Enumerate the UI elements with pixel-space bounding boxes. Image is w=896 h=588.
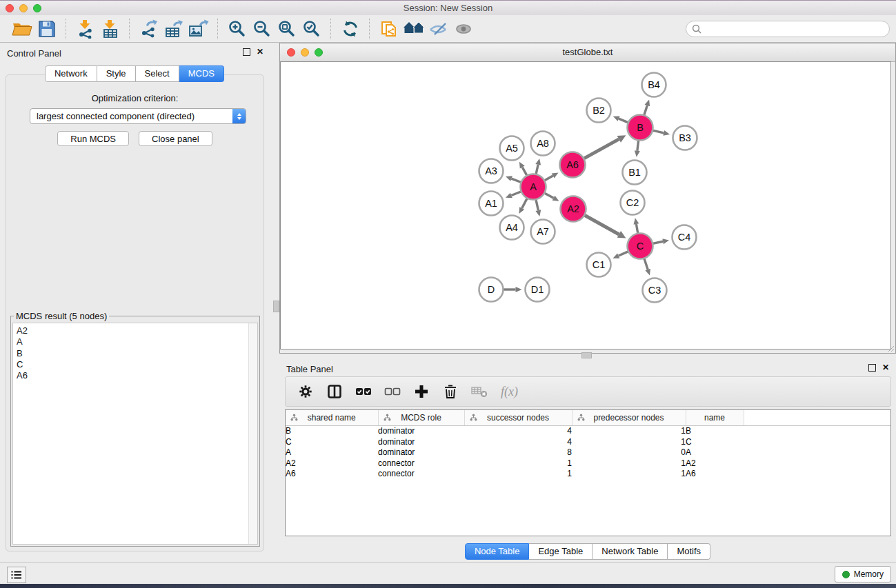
tab-style[interactable]: Style: [97, 65, 136, 82]
edge-arrowhead-icon: [645, 99, 650, 106]
create-column-plus-icon[interactable]: [412, 383, 430, 401]
list-item[interactable]: A: [17, 336, 257, 347]
graph-edge[interactable]: [584, 215, 619, 234]
graph-edge[interactable]: [653, 130, 664, 133]
zoom-in-icon[interactable]: [225, 18, 250, 40]
graph-edge[interactable]: [544, 193, 553, 198]
graph-edge[interactable]: [619, 119, 628, 123]
horizontal-split-handle[interactable]: [581, 352, 592, 358]
close-panel-icon[interactable]: ✕: [257, 48, 263, 56]
app-window: Session: New Session: [0, 0, 896, 588]
node-label: A1: [485, 198, 497, 209]
node-label: D: [488, 284, 495, 295]
column-header-shared-name[interactable]: shared name: [286, 410, 378, 426]
search-input[interactable]: [705, 22, 889, 36]
graph-edge[interactable]: [522, 198, 528, 208]
delete-columns-trash-icon[interactable]: [441, 383, 459, 401]
show-all-eye-icon[interactable]: [451, 18, 476, 40]
home-icon[interactable]: [401, 18, 426, 40]
column-header-name[interactable]: name: [686, 410, 744, 426]
tab-edge-table[interactable]: Edge Table: [529, 543, 593, 560]
function-builder-fx-icon[interactable]: f(x): [501, 385, 518, 399]
list-item[interactable]: A2: [17, 325, 257, 336]
tab-network[interactable]: Network: [45, 65, 97, 82]
run-mcds-button[interactable]: Run MCDS: [57, 131, 129, 146]
table-panel-title: Table Panel: [286, 364, 333, 374]
node-label: A2: [567, 203, 579, 214]
close-table-panel-icon[interactable]: ✕: [882, 363, 889, 372]
search-field[interactable]: [686, 21, 890, 37]
table-row[interactable]: Cdominator41C: [286, 437, 890, 448]
node-label: C: [637, 241, 644, 252]
tab-mcds[interactable]: MCDS: [179, 65, 224, 82]
graph-edge[interactable]: [636, 224, 637, 234]
import-table-icon[interactable]: [98, 18, 123, 40]
import-network-icon[interactable]: [73, 18, 98, 40]
column-header-mcds-role[interactable]: MCDS role: [378, 410, 464, 426]
search-icon: [692, 24, 701, 34]
show-columns-icon[interactable]: [326, 383, 344, 401]
tab-motifs[interactable]: Motifs: [668, 543, 710, 560]
new-network-from-selection-icon[interactable]: [377, 18, 401, 40]
graph-edge[interactable]: [522, 168, 527, 176]
node-label: C3: [648, 285, 661, 296]
desktop-wallpaper-strip: [0, 584, 896, 588]
graph-edge[interactable]: [511, 179, 521, 182]
select-all-icon[interactable]: [355, 383, 372, 401]
float-table-panel-icon[interactable]: [868, 364, 876, 372]
tab-node-table[interactable]: Node Table: [465, 543, 530, 560]
table-settings-gear-icon[interactable]: [297, 383, 315, 401]
resize-grip-icon[interactable]: [887, 345, 895, 352]
graph-edge[interactable]: [637, 140, 639, 150]
save-session-icon[interactable]: [34, 18, 59, 40]
graph-edge[interactable]: [619, 252, 628, 256]
edge-arrowhead-icon: [635, 150, 640, 156]
optimization-criterion-dropdown[interactable]: largest connected component (directed): [30, 108, 246, 124]
graph-edge[interactable]: [536, 199, 538, 210]
open-file-icon[interactable]: [10, 18, 34, 40]
refresh-icon[interactable]: [338, 18, 363, 40]
network-canvas[interactable]: B4B2BB3A5A8A6B1A3AC2A1A2A4A7C4CC1C3DD1: [280, 61, 891, 349]
graph-edge[interactable]: [644, 258, 648, 270]
column-header-successor-nodes[interactable]: successor nodes: [464, 410, 572, 426]
node-table: shared name MCDS role successor nodes pr…: [285, 409, 891, 536]
node-label: A: [530, 181, 537, 192]
zoom-fit-icon[interactable]: [275, 18, 299, 40]
graph-edge[interactable]: [536, 165, 538, 174]
network-window-titlebar[interactable]: testGlobe.txt: [280, 43, 895, 62]
graph-edge[interactable]: [544, 176, 553, 181]
hierarchy-icon: [577, 414, 585, 421]
delete-table-icon[interactable]: [470, 383, 488, 401]
list-item[interactable]: A6: [17, 370, 257, 381]
hierarchy-icon: [384, 414, 391, 421]
table-row[interactable]: A2connector11A2: [286, 458, 890, 469]
graph-edge[interactable]: [644, 105, 648, 115]
zoom-selected-icon[interactable]: [299, 18, 324, 40]
graph-edge[interactable]: [653, 241, 663, 243]
list-item[interactable]: B: [17, 348, 257, 359]
graph-edge[interactable]: [584, 139, 619, 159]
table-row[interactable]: A6connector11A6: [286, 469, 890, 480]
table-row[interactable]: Adominator80A: [286, 447, 890, 458]
table-row[interactable]: Bdominator41B: [286, 426, 890, 437]
list-item[interactable]: C: [17, 359, 257, 370]
memory-button[interactable]: Memory: [835, 566, 891, 582]
task-history-button[interactable]: [7, 567, 26, 583]
tab-select[interactable]: Select: [136, 65, 179, 82]
zoom-out-icon[interactable]: [250, 18, 275, 40]
hide-selected-eye-icon[interactable]: [426, 18, 451, 40]
close-panel-button[interactable]: Close panel: [139, 131, 212, 146]
scrollbar[interactable]: [248, 323, 257, 544]
export-table-icon[interactable]: [161, 18, 186, 40]
tab-network-table[interactable]: Network Table: [593, 543, 668, 560]
column-header-predecessor-nodes[interactable]: predecessor nodes: [572, 410, 686, 426]
node-label: B3: [679, 132, 691, 143]
export-network-icon[interactable]: [137, 18, 161, 40]
graph-edge[interactable]: [511, 192, 521, 196]
vertical-split-handle[interactable]: [273, 301, 279, 312]
deselect-all-icon[interactable]: [384, 383, 401, 401]
edge-arrowhead-icon: [662, 239, 669, 244]
export-image-icon[interactable]: [186, 18, 211, 40]
toolbar-separator: [129, 19, 130, 39]
float-panel-icon[interactable]: [243, 48, 250, 56]
